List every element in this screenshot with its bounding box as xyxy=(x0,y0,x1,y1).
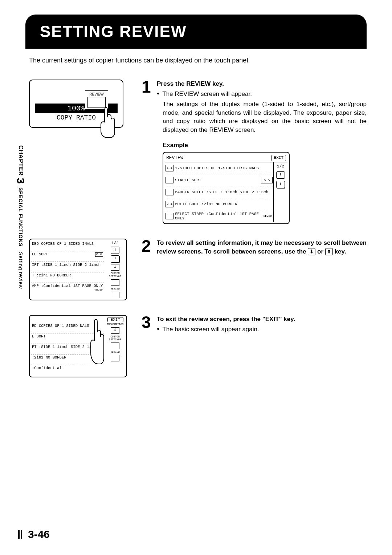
duplex-icon: 1·1 xyxy=(166,165,173,171)
step1-heading: Press the REVIEW key. xyxy=(157,80,367,88)
review-icon xyxy=(111,355,119,361)
exit-button[interactable]: EXIT xyxy=(271,155,286,161)
intro-text: The current settings of copier functions… xyxy=(29,56,283,65)
example-label: Example xyxy=(163,141,367,150)
mini-page-indicator: 1/2 xyxy=(111,241,119,245)
page-number: 3-46 xyxy=(28,528,50,540)
scroll-down-button[interactable]: ⬇ xyxy=(276,181,285,188)
review-screen-title: REVIEW xyxy=(166,155,183,161)
step3-heading: To exit the review screen, press the "EX… xyxy=(157,315,367,324)
up-key-icon: ⬆ xyxy=(325,248,333,255)
auto-icon: A A xyxy=(95,252,103,257)
step2-text: To review all setting information, it ma… xyxy=(157,239,367,256)
finger-icon xyxy=(88,319,105,366)
step-number-3: 3 xyxy=(142,315,154,335)
scroll-up-button[interactable]: ⬆ xyxy=(111,247,119,254)
step1-bullet: The REVIEW screen will appear. xyxy=(162,90,252,98)
stamp-icon xyxy=(166,213,173,219)
step3-bullet: The basic screen will appear again. xyxy=(162,325,259,334)
staple-icon xyxy=(166,177,173,183)
chapter-side-label: CHAPTER 3 SPECIAL FUNCTIONS Setting revi… xyxy=(15,145,27,289)
multishot-icon: 2 1 xyxy=(166,201,173,207)
margin-icon xyxy=(166,189,173,195)
exit-button[interactable]: EXIT xyxy=(107,317,123,322)
step-number-1: 1 xyxy=(142,80,154,224)
edit-icon xyxy=(111,279,119,286)
scroll-down-button[interactable]: ⬇ xyxy=(111,255,119,263)
info-icon: i xyxy=(111,264,119,271)
page-title-bar: SETTING REVIEW xyxy=(25,15,367,49)
down-key-icon: ⬇ xyxy=(308,248,315,255)
scroll-up-button[interactable]: ⬆ xyxy=(276,171,285,179)
figure-scroll: DED COPIES OF 1-SIDED INALS LE SORTA A I… xyxy=(29,239,131,300)
edit-icon xyxy=(111,343,119,349)
step1-paragraph: The settings of the duplex mode (1-sided… xyxy=(163,100,367,134)
figure-exit: EXIT ED COPIES OF 1-SIDED NALS E SORTA F… xyxy=(29,315,131,377)
auto-icon: A A xyxy=(261,177,273,183)
page-footer: 3-46 xyxy=(18,528,50,540)
page-title: SETTING REVIEW xyxy=(40,23,352,41)
info-icon: i xyxy=(111,327,119,334)
finger-icon xyxy=(97,106,115,138)
step-number-2: 2 xyxy=(142,239,154,258)
review-screen-example: REVIEW EXIT 1·11-SIDED COPIES OF 1-SIDED… xyxy=(163,152,290,224)
review-icon xyxy=(111,292,119,298)
figure-review-key: REVIEW 100% COPY RATIO xyxy=(29,80,131,128)
review-page-indicator: 1/2 xyxy=(277,164,284,169)
